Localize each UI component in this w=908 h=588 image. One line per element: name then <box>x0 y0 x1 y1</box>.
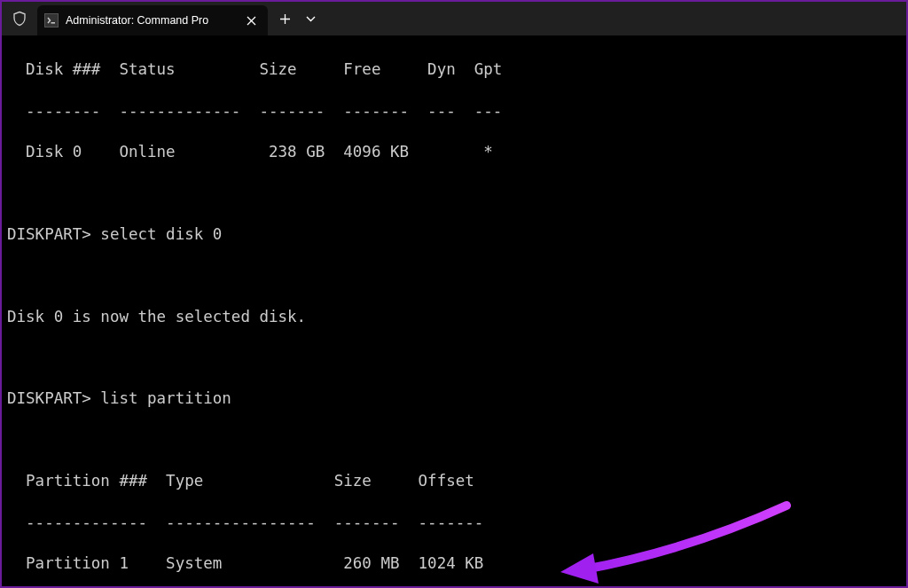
active-tab[interactable]: Administrator: Command Pro <box>37 5 268 35</box>
titlebar: Administrator: Command Pro <box>2 2 906 35</box>
partition-table-divider: ------------- ---------------- ------- -… <box>7 513 901 533</box>
terminal-icon <box>44 13 59 27</box>
tab-title: Administrator: Command Pro <box>66 14 208 27</box>
new-tab-button[interactable] <box>271 5 298 32</box>
disk-table-header: Disk ### Status Size Free Dyn Gpt <box>7 59 901 80</box>
command: select disk 0 <box>100 225 222 243</box>
output-message: Disk 0 is now the selected disk. <box>7 307 901 327</box>
command: list partition <box>100 389 231 407</box>
disk-table-row: Disk 0 Online 238 GB 4096 KB * <box>7 142 901 162</box>
disk-table-divider: -------- ------------- ------- ------- -… <box>7 101 901 122</box>
tab-close-button[interactable] <box>243 12 259 28</box>
terminal-output[interactable]: Disk ### Status Size Free Dyn Gpt ------… <box>2 35 906 588</box>
partition-table-header: Partition ### Type Size Offset <box>7 471 901 491</box>
prompt: DISKPART> <box>7 225 100 243</box>
partition-table-row: Partition 1 System 260 MB 1024 KB <box>7 553 901 574</box>
shield-icon <box>11 10 28 27</box>
tab-dropdown-button[interactable] <box>298 5 323 32</box>
prompt: DISKPART> <box>7 389 100 407</box>
